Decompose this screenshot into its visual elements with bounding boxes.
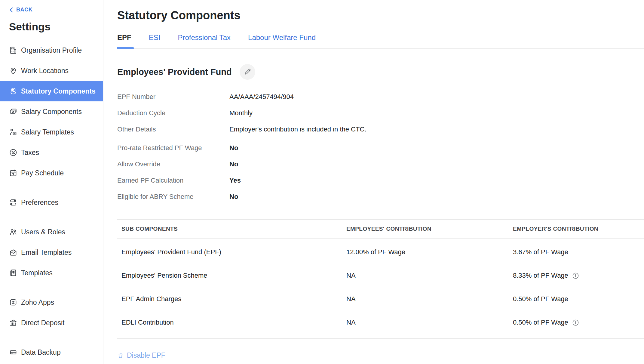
detail-row-epf-number: EPF Number AA/AAA/2457494/904	[117, 89, 644, 105]
sub-component-name: EPF Admin Charges	[117, 295, 342, 303]
epf-section-header: Employees' Provident Fund	[117, 64, 644, 80]
employee-contribution-value: NA	[342, 272, 509, 279]
salary-components-icon	[8, 107, 18, 116]
tab-epf[interactable]: EPF	[117, 33, 131, 48]
disable-epf-label: Disable EPF	[127, 351, 165, 359]
tab-bar: EPF ESI Professional Tax Labour Welfare …	[117, 30, 644, 49]
epf-section-title: Employees' Provident Fund	[117, 67, 232, 77]
detail-row-abry-scheme: Eligible for ABRY Scheme No	[117, 189, 644, 205]
salary-templates-icon	[8, 127, 18, 137]
sidebar-item-label: Email Templates	[21, 248, 72, 257]
sidebar-item-organisation-profile[interactable]: Organisation Profile	[0, 40, 103, 60]
sidebar-item-work-locations[interactable]: Work Locations	[0, 60, 103, 81]
disable-epf-link[interactable]: Disable EPF	[117, 351, 644, 359]
settings-sidebar: BACK Settings Organisation Profile Work …	[0, 0, 103, 364]
employee-contribution-value: 12.00% of PF Wage	[342, 248, 509, 256]
sidebar-item-label: Templates	[21, 269, 53, 277]
detail-label: EPF Number	[117, 93, 229, 101]
detail-row-other-details: Other Details Employer's contribution is…	[117, 121, 644, 137]
table-row: EPF Admin Charges NA 0.50% of PF Wage	[117, 287, 644, 311]
detail-value: Monthly	[229, 109, 253, 117]
sidebar-item-label: Salary Components	[21, 108, 82, 116]
detail-value: Yes	[229, 177, 241, 184]
work-locations-icon	[8, 66, 18, 76]
detail-label: Eligible for ABRY Scheme	[117, 193, 229, 201]
chevron-left-icon	[9, 7, 14, 13]
sidebar-item-email-templates[interactable]: Email Templates	[0, 242, 103, 263]
detail-label: Earned PF Calculation	[117, 177, 229, 184]
sub-component-name: EDLI Contribution	[117, 319, 342, 326]
taxes-icon	[8, 148, 18, 157]
info-icon[interactable]	[572, 319, 579, 326]
statutory-components-icon	[8, 86, 18, 96]
column-header-employers-contribution: EMPLOYER'S CONTRIBUTION	[509, 226, 644, 232]
sidebar-item-zoho-apps[interactable]: Zoho Apps	[0, 292, 103, 313]
sub-components-table: SUB COMPONENTS EMPLOYEES' CONTRIBUTION E…	[117, 219, 644, 339]
detail-value: Employer's contribution is included in t…	[229, 125, 366, 133]
epf-details-list: EPF Number AA/AAA/2457494/904 Deduction …	[117, 89, 644, 205]
table-row: Employees' Pension Scheme NA 8.33% of PF…	[117, 264, 644, 287]
detail-label: Other Details	[117, 125, 229, 133]
pencil-icon	[244, 68, 251, 76]
organisation-profile-icon	[8, 45, 18, 55]
sidebar-item-salary-components[interactable]: Salary Components	[0, 101, 103, 122]
users-roles-icon	[8, 227, 18, 237]
employer-contribution-cell: 0.50% of PF Wage	[509, 319, 644, 326]
employer-contribution-value: 8.33% of PF Wage	[513, 272, 568, 279]
detail-value: AA/AAA/2457494/904	[229, 93, 294, 101]
sidebar-title: Settings	[9, 21, 103, 33]
detail-row-allow-override: Allow Override No	[117, 156, 644, 172]
zoho-apps-icon	[8, 298, 18, 307]
detail-row-deduction-cycle: Deduction Cycle Monthly	[117, 105, 644, 121]
back-link[interactable]: BACK	[9, 7, 103, 13]
detail-value: No	[229, 193, 238, 201]
sidebar-item-data-backup[interactable]: Data Backup	[0, 342, 103, 362]
detail-value: No	[229, 144, 238, 152]
sidebar-nav: Organisation Profile Work Locations Stat…	[0, 40, 103, 362]
sidebar-item-preferences[interactable]: Preferences	[0, 192, 103, 213]
employee-contribution-value: NA	[342, 295, 509, 303]
data-backup-icon	[8, 347, 18, 357]
sidebar-item-pay-schedule[interactable]: Pay Schedule	[0, 163, 103, 183]
detail-label: Allow Override	[117, 160, 229, 168]
sidebar-item-direct-deposit[interactable]: Direct Deposit	[0, 313, 103, 333]
tab-esi[interactable]: ESI	[149, 33, 161, 48]
trash-icon	[117, 352, 124, 359]
employer-contribution-cell: 8.33% of PF Wage	[509, 272, 644, 279]
detail-row-pro-rate: Pro-rate Restricted PF Wage No	[117, 140, 644, 156]
employer-contribution-value: 3.67% of PF Wage	[509, 248, 644, 256]
table-body: Employees' Provident Fund (EPF) 12.00% o…	[117, 239, 644, 339]
sidebar-item-label: Statutory Components	[21, 87, 96, 95]
sidebar-item-label: Organisation Profile	[21, 46, 82, 54]
detail-row-earned-pf: Earned PF Calculation Yes	[117, 172, 644, 189]
detail-label: Pro-rate Restricted PF Wage	[117, 144, 229, 152]
sidebar-item-label: Preferences	[21, 199, 58, 207]
column-header-sub-components: SUB COMPONENTS	[117, 226, 342, 232]
employer-contribution-value: 0.50% of PF Wage	[513, 319, 568, 326]
sidebar-item-label: Users & Roles	[21, 228, 65, 236]
tab-labour-welfare-fund[interactable]: Labour Welfare Fund	[248, 33, 316, 48]
sub-component-name: Employees' Pension Scheme	[117, 272, 342, 279]
sidebar-item-statutory-components[interactable]: Statutory Components	[0, 81, 103, 101]
sidebar-item-salary-templates[interactable]: Salary Templates	[0, 122, 103, 142]
sidebar-item-templates[interactable]: Templates	[0, 263, 103, 283]
tab-professional-tax[interactable]: Professional Tax	[178, 33, 231, 48]
back-label: BACK	[16, 7, 32, 13]
column-header-employees-contribution: EMPLOYEES' CONTRIBUTION	[342, 226, 509, 232]
table-row: EDLI Contribution NA 0.50% of PF Wage	[117, 311, 644, 334]
employer-contribution-value: 0.50% of PF Wage	[509, 295, 644, 303]
sidebar-item-label: Pay Schedule	[21, 169, 64, 177]
sidebar-item-taxes[interactable]: Taxes	[0, 142, 103, 163]
templates-icon	[8, 268, 18, 278]
sidebar-item-label: Salary Templates	[21, 128, 74, 136]
sidebar-item-label: Taxes	[21, 149, 39, 157]
edit-epf-button[interactable]	[240, 64, 255, 80]
table-row: Employees' Provident Fund (EPF) 12.00% o…	[117, 240, 644, 264]
preferences-icon	[8, 198, 18, 207]
detail-value: No	[229, 160, 238, 168]
sidebar-item-users-roles[interactable]: Users & Roles	[0, 222, 103, 242]
sidebar-item-label: Work Locations	[21, 67, 69, 75]
sidebar-item-label: Data Backup	[21, 348, 61, 356]
info-icon[interactable]	[572, 272, 579, 279]
employee-contribution-value: NA	[342, 319, 509, 326]
